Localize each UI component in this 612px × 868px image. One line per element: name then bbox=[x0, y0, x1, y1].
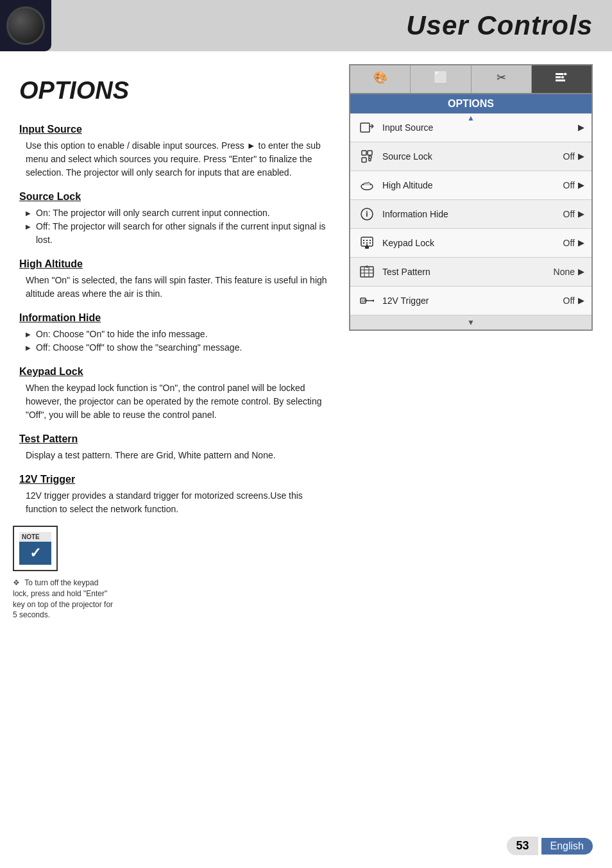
trigger-icon: 12V bbox=[358, 292, 376, 310]
menu-label-5: Test Pattern bbox=[382, 267, 554, 277]
note-label: NOTE bbox=[19, 532, 51, 542]
tab-options[interactable] bbox=[532, 65, 591, 93]
svg-point-34 bbox=[373, 300, 375, 302]
options-tab-icon bbox=[554, 71, 568, 85]
section-12v-trigger: 12V Trigger12V trigger provides a standa… bbox=[19, 474, 330, 516]
svg-rect-22 bbox=[363, 242, 364, 244]
svg-rect-25 bbox=[361, 267, 373, 277]
menu-arrow-5: ▶ bbox=[578, 267, 584, 276]
menu-arrow-0: ▶ bbox=[578, 123, 584, 132]
right-menu: 🎨 ⬜ ✂ OPTIONS Input Source▶Source LockOf… bbox=[349, 64, 593, 528]
menu-item-4[interactable]: Keypad LockOff▶ bbox=[350, 229, 591, 258]
menu-label-0: Input Source bbox=[382, 122, 575, 133]
section-keypad-lock: Keypad LockWhen the keypad lock function… bbox=[19, 366, 330, 422]
menu-arrow-4: ▶ bbox=[578, 238, 584, 247]
menu-value-5: None bbox=[554, 267, 575, 277]
svg-point-30 bbox=[366, 265, 368, 268]
note-text: ❖ To turn off the keypad lock, press and… bbox=[13, 578, 115, 621]
menu-value-6: Off bbox=[563, 296, 575, 306]
section-title-test-pattern: Test Pattern bbox=[19, 433, 330, 445]
section-title-information-hide: Information Hide bbox=[19, 312, 330, 324]
svg-rect-23 bbox=[366, 242, 368, 244]
page-title: User Controls bbox=[406, 10, 593, 41]
section-title-source-lock: Source Lock bbox=[19, 191, 330, 203]
menu-label-6: 12V Trigger bbox=[382, 296, 563, 306]
page-num: 53 bbox=[507, 837, 538, 855]
note-area: NOTE ✓ ❖ To turn off the keypad lock, pr… bbox=[13, 526, 115, 621]
section-title-high-altitude: High Altitude bbox=[19, 258, 330, 270]
section-body-input-source: Use this option to enable / disable inpu… bbox=[19, 139, 330, 179]
header: User Controls bbox=[0, 0, 612, 51]
menu-item-5[interactable]: Test PatternNone▶ bbox=[350, 258, 591, 287]
lens-icon bbox=[6, 6, 45, 45]
menu-label-4: Keypad Lock bbox=[382, 238, 563, 248]
left-panel: OPTIONS Input SourceUse this option to e… bbox=[19, 64, 336, 528]
menu-label-2: High Altitude bbox=[382, 180, 563, 190]
test-pattern-icon bbox=[358, 263, 376, 281]
input-source-icon bbox=[358, 119, 376, 137]
menu-header: OPTIONS bbox=[350, 94, 591, 113]
svg-rect-9 bbox=[362, 151, 366, 155]
menu-container: 🎨 ⬜ ✂ OPTIONS Input Source▶Source LockOf… bbox=[349, 64, 593, 331]
section-title-input-source: Input Source bbox=[19, 124, 330, 135]
section-body-test-pattern: Display a test pattern. There are Grid, … bbox=[19, 449, 330, 462]
tab-settings[interactable]: ✂ bbox=[472, 65, 532, 93]
svg-rect-20 bbox=[366, 240, 368, 241]
keypad-lock-icon bbox=[358, 234, 376, 252]
menu-item-3[interactable]: iInformation HideOff▶ bbox=[350, 200, 591, 229]
section-body-high-altitude: When "On" is selected, the fans will spi… bbox=[19, 274, 330, 301]
menu-arrow-6: ▶ bbox=[578, 296, 584, 305]
menu-item-2[interactable]: High AltitudeOff▶ bbox=[350, 171, 591, 200]
main-content: OPTIONS Input SourceUse this option to e… bbox=[0, 51, 612, 540]
section-body-keypad-lock: When the keypad lock function is "On", t… bbox=[19, 381, 330, 422]
svg-rect-18 bbox=[366, 244, 368, 247]
page-lang: English bbox=[541, 838, 593, 855]
svg-rect-12 bbox=[369, 158, 371, 161]
sections-container: Input SourceUse this option to enable / … bbox=[19, 124, 330, 516]
svg-rect-11 bbox=[362, 158, 366, 162]
menu-value-2: Off bbox=[563, 180, 575, 190]
logo bbox=[0, 0, 51, 51]
svg-point-4 bbox=[561, 76, 565, 79]
information-hide-icon: i bbox=[358, 205, 376, 223]
checkmark-icon: ✓ bbox=[19, 542, 51, 565]
list-item-source-lock-1: Off: The projector will search for other… bbox=[26, 220, 330, 247]
section-information-hide: Information HideOn: Choose "On" to hide … bbox=[19, 312, 330, 355]
section-list-source-lock: On: The projector will only search curre… bbox=[19, 206, 330, 247]
menu-label-1: Source Lock bbox=[382, 151, 563, 162]
section-high-altitude: High AltitudeWhen "On" is selected, the … bbox=[19, 258, 330, 301]
section-title-keypad-lock: Keypad Lock bbox=[19, 366, 330, 378]
menu-value-4: Off bbox=[563, 238, 575, 248]
menu-value-1: Off bbox=[563, 151, 575, 162]
svg-text:i: i bbox=[366, 210, 368, 219]
section-source-lock: Source LockOn: The projector will only s… bbox=[19, 191, 330, 247]
menu-tabs: 🎨 ⬜ ✂ bbox=[350, 65, 591, 94]
section-test-pattern: Test PatternDisplay a test pattern. Ther… bbox=[19, 433, 330, 462]
menu-item-6[interactable]: 12V12V TriggerOff▶ bbox=[350, 287, 591, 315]
options-heading: OPTIONS bbox=[19, 77, 330, 104]
list-item-source-lock-0: On: The projector will only search curre… bbox=[26, 206, 330, 220]
svg-rect-21 bbox=[370, 240, 371, 241]
menu-items: Input Source▶Source LockOff▶High Altitud… bbox=[350, 113, 591, 315]
scroll-down-indicator: ▼ bbox=[350, 315, 591, 330]
menu-label-3: Information Hide bbox=[382, 209, 563, 219]
tab-screen[interactable]: ⬜ bbox=[411, 65, 471, 93]
source-lock-icon bbox=[358, 147, 376, 165]
svg-rect-10 bbox=[368, 151, 372, 155]
section-list-information-hide: On: Choose "On" to hide the info message… bbox=[19, 328, 330, 355]
list-item-information-hide-0: On: Choose "On" to hide the info message… bbox=[26, 328, 330, 341]
svg-rect-24 bbox=[370, 242, 371, 244]
page-number: 53 English bbox=[507, 837, 593, 855]
section-title-12v-trigger: 12V Trigger bbox=[19, 474, 330, 485]
tab-display[interactable]: 🎨 bbox=[350, 65, 411, 93]
svg-point-3 bbox=[564, 72, 567, 76]
section-body-12v-trigger: 12V trigger provides a standard trigger … bbox=[19, 489, 330, 516]
high-altitude-icon bbox=[358, 176, 376, 194]
menu-value-3: Off bbox=[563, 209, 575, 219]
menu-arrow-1: ▶ bbox=[578, 152, 584, 161]
svg-rect-5 bbox=[361, 123, 370, 132]
menu-arrow-2: ▶ bbox=[578, 181, 584, 190]
section-input-source: Input SourceUse this option to enable / … bbox=[19, 124, 330, 179]
menu-item-1[interactable]: Source LockOff▶ bbox=[350, 142, 591, 171]
list-item-information-hide-1: Off: Choose "Off" to show the "searching… bbox=[26, 341, 330, 355]
